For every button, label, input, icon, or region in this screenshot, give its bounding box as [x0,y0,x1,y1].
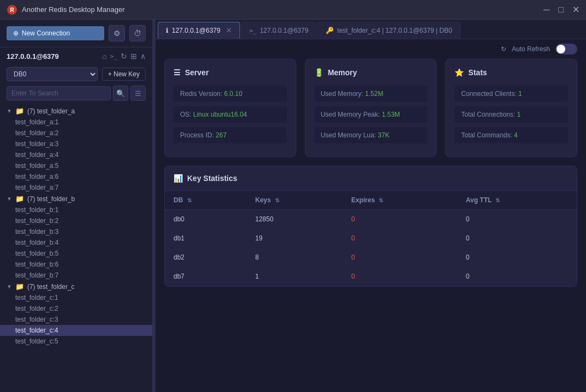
terminal-icon[interactable]: >_ [110,53,117,60]
table-row[interactable]: db2 8 0 0 [165,248,577,267]
list-item[interactable]: test_folder_c:1 [0,292,152,303]
app-body: ⊕ New Connection ⚙ ⏱ 127.0.0.1@6379 ⌂ >_… [0,20,586,392]
key-statistics-header: 📊 Key Statistics [165,166,577,191]
col-header-avg-ttl[interactable]: Avg TTL ⇅ [457,191,577,210]
new-connection-button[interactable]: ⊕ New Connection [7,26,104,40]
new-key-button[interactable]: + New Key [102,68,146,81]
info-cards-row: ☰ Server Redis Version: 6.0.10 OS: Linux… [156,59,586,166]
refresh-icon[interactable]: ↻ [121,52,127,61]
tab-terminal[interactable]: >_ 127.0.0.1@6379 [241,22,316,39]
table-row[interactable]: db7 1 0 0 [165,267,577,286]
list-item[interactable]: test_folder_c:2 [0,303,152,314]
folder-item-test-folder-b[interactable]: ▼ 📁 (7) test_folder_b [0,193,152,204]
connection-name: 127.0.0.1@6379 [7,52,98,61]
plus-icon: ⊕ [13,29,19,37]
history-button[interactable]: ⏱ [129,25,146,41]
new-connection-label: New Connection [22,29,70,37]
app-logo: R [7,4,17,15]
maximize-button[interactable]: □ [558,5,564,14]
table-header-row: DB ⇅ Keys ⇅ Expires ⇅ [165,191,577,210]
list-item[interactable]: test_folder_a:5 [0,160,152,171]
list-item[interactable]: test_folder_c:3 [0,314,152,325]
folder-a-icon: 📁 [15,107,24,115]
folder-item-test-folder-c[interactable]: ▼ 📁 (7) test_folder_c [0,281,152,292]
key-statistics-tbody: db0 12850 0 0 db1 19 0 0 db2 [165,210,577,286]
tab-key-view[interactable]: 🔑 test_folder_c:4 | 127.0.0.1@6379 | DB0 [318,22,461,39]
row-expires: 0 [343,210,457,229]
server-os: OS: Linux ubuntu16.04 [174,106,287,123]
row-expires: 0 [343,229,457,248]
settings-icon: ⚙ [113,29,121,38]
list-item[interactable]: test_folder_b:4 [0,237,152,248]
sidebar-header: ⊕ New Connection ⚙ ⏱ [0,20,152,47]
key-statistics-title: Key Statistics [187,174,237,183]
list-item[interactable]: test_folder_a:6 [0,171,152,182]
folder-a-arrow: ▼ [7,108,12,114]
total-connections-value: 1 [517,111,521,118]
tab-key-icon: 🔑 [326,27,334,34]
grid-icon[interactable]: ⊞ [130,52,137,61]
list-item[interactable]: test_folder_a:7 [0,182,152,193]
col-avg-ttl-label: Avg TTL [466,196,492,204]
used-memory-peak: Used Memory Peak: 1.53M [314,106,428,123]
search-input[interactable] [7,86,111,100]
table-row[interactable]: db0 12850 0 0 [165,210,577,229]
close-button[interactable]: ✕ [572,5,579,14]
connected-clients-value: 1 [518,90,522,98]
stats-card-title: ⭐ Stats [455,68,568,77]
stats-card: ⭐ Stats Connected Clients: 1 Total Conne… [445,59,577,157]
list-item[interactable]: test_folder_c:4 [0,325,152,336]
table-row[interactable]: db1 19 0 0 [165,229,577,248]
os-value: Linux ubuntu16.04 [193,111,247,118]
filter-icon: ☰ [135,89,141,98]
folder-c-label: (7) test_folder_c [27,283,75,291]
server-card-icon: ☰ [174,68,181,77]
list-item[interactable]: test_folder_b:7 [0,270,152,281]
row-avg-ttl: 0 [457,210,577,229]
total-commands-label: Total Commands: [461,131,514,139]
list-item[interactable]: test_folder_a:4 [0,149,152,160]
list-item[interactable]: test_folder_c:5 [0,336,152,347]
list-item[interactable]: test_folder_b:5 [0,248,152,259]
used-memory-lua-label: Used Memory Lua: [321,131,378,139]
svg-text:R: R [10,7,14,13]
list-item[interactable]: test_folder_b:2 [0,215,152,226]
tab-server-info[interactable]: ℹ 127.0.0.1@6379 ✕ [158,22,240,39]
row-expires: 0 [343,267,457,286]
search-icon: 🔍 [116,89,125,98]
folder-b-label: (7) test_folder_b [27,195,75,203]
scrollable-content[interactable]: ↻ Auto Refresh ☰ Server Redis Version: 6… [156,39,586,392]
server-card: ☰ Server Redis Version: 6.0.10 OS: Linux… [164,59,296,157]
list-item[interactable]: test_folder_a:3 [0,138,152,149]
used-memory-peak-label: Used Memory Peak: [321,111,382,118]
key-statistics-section: 📊 Key Statistics DB ⇅ Keys ⇅ [164,166,577,287]
tab-label-1: 127.0.0.1@6379 [172,27,220,34]
tab-close-button[interactable]: ✕ [226,26,232,34]
sidebar: ⊕ New Connection ⚙ ⏱ 127.0.0.1@6379 ⌂ >_… [0,20,153,392]
col-header-expires[interactable]: Expires ⇅ [343,191,457,210]
col-keys-sort-icon: ⇅ [275,197,279,203]
db-select[interactable]: DB0DB1DB2 DB3DB4DB5 DB6DB7 [7,67,98,81]
col-db-label: DB [174,196,183,204]
tab-label-3: test_folder_c:4 | 127.0.0.1@6379 | DB0 [337,27,452,34]
list-item[interactable]: test_folder_b:1 [0,204,152,215]
list-item[interactable]: test_folder_a:1 [0,117,152,128]
row-db: db2 [165,248,247,267]
list-item[interactable]: test_folder_b:3 [0,226,152,237]
home-icon[interactable]: ⌂ [102,52,106,61]
list-item[interactable]: test_folder_a:2 [0,128,152,138]
server-redis-version: Redis Version: 6.0.10 [174,86,287,102]
list-item[interactable]: test_folder_b:6 [0,259,152,270]
filter-button[interactable]: ☰ [130,86,146,101]
col-header-db[interactable]: DB ⇅ [165,191,247,210]
total-commands: Total Commands: 4 [455,127,568,143]
row-db: db0 [165,210,247,229]
toggle-knob [557,45,565,53]
settings-button[interactable]: ⚙ [109,25,125,41]
auto-refresh-toggle[interactable] [555,44,577,55]
collapse-icon[interactable]: ∧ [140,52,146,61]
col-header-keys[interactable]: Keys ⇅ [247,191,343,210]
folder-item-test-folder-a[interactable]: ▼ 📁 (7) test_folder_a [0,105,152,117]
search-button[interactable]: 🔍 [113,86,128,101]
minimize-button[interactable]: ─ [543,5,549,14]
